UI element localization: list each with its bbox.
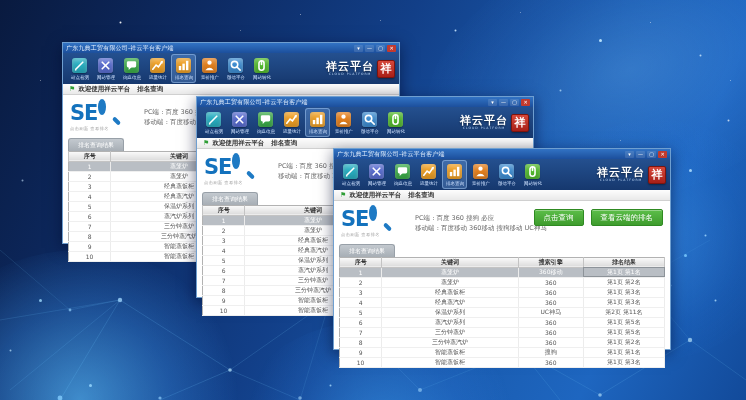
traffic-icon xyxy=(284,112,299,127)
col-header-index[interactable]: 序号 xyxy=(340,257,382,267)
table-row[interactable]: 3经典蒸饭柜360第1页 第3名 xyxy=(340,287,665,297)
title-bar[interactable]: 广东九典工贸有限公司-祥云平台客户端 ▾ — ▢ ✕ xyxy=(334,149,670,159)
window-title: 广东九典工贸有限公司-祥云平台客户端 xyxy=(200,98,488,107)
table-body: 1蒸笼炉360移动第1页 第1名2蒸笼炉360第1页 第2名3经典蒸饭柜360第… xyxy=(340,267,665,367)
minimize-button[interactable]: — xyxy=(365,45,374,52)
col-header-engine[interactable]: 搜索引擎 xyxy=(518,257,583,267)
flag-icon: ⚑ xyxy=(340,192,346,199)
pc-engines: PC端：百度 360 搜狗 必应 xyxy=(415,213,547,223)
col-header-index[interactable]: 序号 xyxy=(203,205,245,215)
table-row[interactable]: 4经典蒸汽炉360第1页 第3名 xyxy=(340,297,665,307)
brand-subtitle: CLOUD PLATFORM xyxy=(599,178,642,182)
site-check-icon xyxy=(206,112,221,127)
toolbar-item-rank[interactable]: 排名查询 xyxy=(305,108,330,137)
seo-logo: SE 点击刷新 查看排名 xyxy=(204,157,268,185)
toolbar-item-traffic[interactable]: 流量统计 xyxy=(416,160,441,189)
brand-subtitle: CLOUD PLATFORM xyxy=(462,126,505,130)
title-bar[interactable]: 广东九典工贸有限公司-祥云平台客户端 ▾ — ▢ ✕ xyxy=(63,43,399,53)
toolbar-item-traffic[interactable]: 流量统计 xyxy=(279,108,304,137)
table-row[interactable]: 9智能蒸饭柜搜狗第1页 第1名 xyxy=(340,347,665,357)
toolbar-item-wechat[interactable]: 微信平台 xyxy=(494,160,519,189)
maximize-button[interactable]: ▢ xyxy=(647,151,656,158)
brand-logo: 祥云平台 CLOUD PLATFORM 祥 xyxy=(597,166,666,184)
toolbar-item-site-manage[interactable]: 网站管理 xyxy=(364,160,389,189)
seo-panel: SE 点击刷新 查看排名 PC端：百度 360 搜狗 必应 移动端：百度移动 3… xyxy=(334,201,670,244)
toolbar-item-bid[interactable]: 竞价推广 xyxy=(197,54,222,83)
query-button[interactable]: 点击查询 xyxy=(534,209,584,226)
window-title: 广东九典工贸有限公司-祥云平台客户端 xyxy=(66,44,354,53)
col-header-keyword[interactable]: 关键词 xyxy=(382,257,519,267)
rank-icon xyxy=(447,164,462,179)
seo-caption: 点击刷新 查看排名 xyxy=(204,180,265,185)
toolbar-item-site-check[interactable]: 站点检测 xyxy=(67,54,92,83)
site-manage-icon xyxy=(369,164,384,179)
toolbar-item-inquiry[interactable]: 询盘信息 xyxy=(253,108,278,137)
table-row[interactable]: 8三分钟蒸汽炉360第1页 第2名 xyxy=(340,337,665,347)
toolbar-item-site-manage[interactable]: 网站管理 xyxy=(93,54,118,83)
toolbar-item-inquiry[interactable]: 询盘信息 xyxy=(390,160,415,189)
toolbar-item-convert[interactable]: 网站转化 xyxy=(249,54,274,83)
toolbar-item-wechat[interactable]: 微信平台 xyxy=(223,54,248,83)
skin-button[interactable]: ▾ xyxy=(354,45,363,52)
minimize-button[interactable]: — xyxy=(499,99,508,106)
col-header-index[interactable]: 序号 xyxy=(69,151,111,161)
brand-badge-icon: 祥 xyxy=(511,114,529,132)
site-manage-icon xyxy=(232,112,247,127)
brand-subtitle: CLOUD PLATFORM xyxy=(328,72,371,76)
table-row[interactable]: 7三分钟蒸炉360第1页 第5名 xyxy=(340,327,665,337)
toolbar-item-wechat[interactable]: 微信平台 xyxy=(357,108,382,137)
close-button[interactable]: ✕ xyxy=(658,151,667,158)
convert-icon xyxy=(525,164,540,179)
view-cloud-rank-button[interactable]: 查看云端的排名 xyxy=(591,209,664,226)
flag-icon: ⚑ xyxy=(203,140,209,147)
results-tab[interactable]: 排名查询结果 xyxy=(339,244,395,257)
table-row[interactable]: 5保温炉系列UC神马第2页 第11名 xyxy=(340,307,665,317)
close-button[interactable]: ✕ xyxy=(387,45,396,52)
maximize-button[interactable]: ▢ xyxy=(376,45,385,52)
toolbar-item-convert[interactable]: 网站转化 xyxy=(520,160,545,189)
toolbar-item-inquiry[interactable]: 询盘信息 xyxy=(119,54,144,83)
toolbar-item-convert[interactable]: 网站转化 xyxy=(383,108,408,137)
toolbar-item-rank[interactable]: 排名查询 xyxy=(171,54,196,83)
section-title: 排名查询 xyxy=(408,191,434,200)
bid-icon xyxy=(336,112,351,127)
minimize-button[interactable]: — xyxy=(636,151,645,158)
toolbar-item-site-manage[interactable]: 网站管理 xyxy=(227,108,252,137)
toolbar-item-traffic[interactable]: 流量统计 xyxy=(145,54,170,83)
site-check-icon xyxy=(343,164,358,179)
seo-logo: SE 点击刷新 查看排名 xyxy=(70,103,134,131)
title-bar[interactable]: 广东九典工贸有限公司-祥云平台客户端 ▾ — ▢ ✕ xyxy=(197,97,533,107)
toolbar-item-bid[interactable]: 竞价推广 xyxy=(331,108,356,137)
table-row[interactable]: 1蒸笼炉360移动第1页 第1名 xyxy=(340,267,665,277)
col-header-result[interactable]: 排名结果 xyxy=(583,257,664,267)
magnifier-icon xyxy=(232,157,253,178)
close-button[interactable]: ✕ xyxy=(521,99,530,106)
table-row[interactable]: 10智能蒸饭柜360第1页 第3名 xyxy=(340,357,665,367)
toolbar-items: 站点检测网站管理询盘信息流量统计排名查询竞价推广微信平台网站转化 xyxy=(67,53,275,84)
window-controls: ▾ — ▢ ✕ xyxy=(488,99,530,106)
toolbar-item-rank[interactable]: 排名查询 xyxy=(442,160,467,189)
maximize-button[interactable]: ▢ xyxy=(510,99,519,106)
toolbar-item-bid[interactable]: 竞价推广 xyxy=(468,160,493,189)
site-manage-icon xyxy=(98,58,113,73)
site-check-icon xyxy=(72,58,87,73)
bid-icon xyxy=(202,58,217,73)
toolbar-item-site-check[interactable]: 站点检测 xyxy=(201,108,226,137)
window-controls: ▾ — ▢ ✕ xyxy=(354,45,396,52)
table-row[interactable]: 6蒸汽炉系列360第1页 第5名 xyxy=(340,317,665,327)
convert-icon xyxy=(254,58,269,73)
welcome-text: 欢迎使用祥云平台 xyxy=(212,139,264,148)
inquiry-icon xyxy=(258,112,273,127)
results-tab[interactable]: 排名查询结果 xyxy=(202,192,258,205)
app-window: 广东九典工贸有限公司-祥云平台客户端 ▾ — ▢ ✕ 站点检测网站管理询盘信息流… xyxy=(333,148,671,350)
brand-name: 祥云平台 xyxy=(597,168,645,178)
table-row[interactable]: 2蒸笼炉360第1页 第2名 xyxy=(340,277,665,287)
skin-button[interactable]: ▾ xyxy=(488,99,497,106)
seo-caption: 点击刷新 查看排名 xyxy=(341,232,402,237)
seo-logo-text: SE xyxy=(70,103,97,123)
skin-button[interactable]: ▾ xyxy=(625,151,634,158)
engine-list: PC端：百度 360 搜狗 必应 移动端：百度移动 360移动 搜狗移动 UC神… xyxy=(415,213,547,233)
toolbar-item-site-check[interactable]: 站点检测 xyxy=(338,160,363,189)
wechat-icon xyxy=(362,112,377,127)
results-tab[interactable]: 排名查询结果 xyxy=(68,138,124,151)
